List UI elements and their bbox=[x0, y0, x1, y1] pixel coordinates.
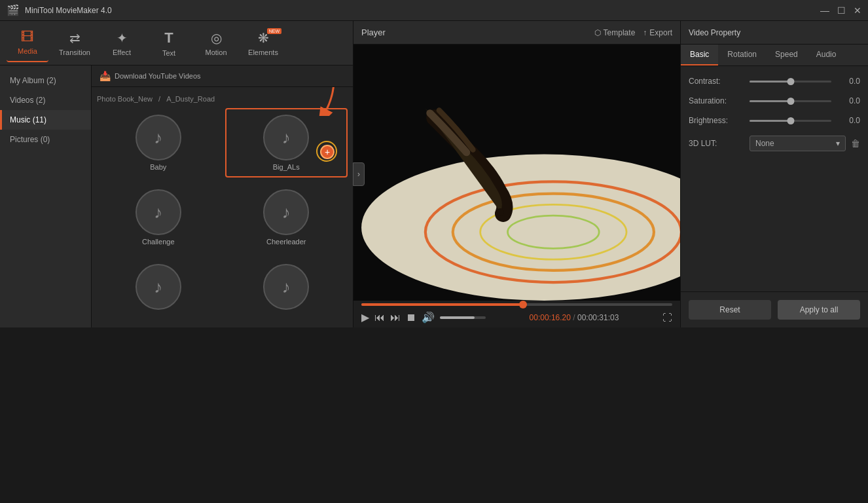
contrast-slider-container bbox=[750, 81, 831, 83]
export-icon: ↑ bbox=[643, 28, 647, 37]
export-button[interactable]: ↑ Export bbox=[643, 28, 672, 37]
panel-expand-button[interactable]: › bbox=[353, 162, 365, 186]
fullscreen-button[interactable]: ⛶ bbox=[662, 312, 672, 323]
media-item-baby[interactable]: ♪ Baby bbox=[97, 108, 220, 177]
add-to-timeline-button[interactable]: + bbox=[320, 145, 335, 159]
media-icon: 🎞 bbox=[21, 29, 34, 45]
app-logo: 🎬 bbox=[7, 4, 20, 16]
toolbar-transition[interactable]: ⇄ Transition bbox=[54, 24, 96, 62]
template-label: Template bbox=[604, 28, 636, 37]
toolbar-media[interactable]: 🎞 Media bbox=[7, 24, 48, 62]
toolbar-effect[interactable]: ✦ Effect bbox=[101, 24, 143, 62]
progress-bar-container[interactable] bbox=[353, 301, 680, 307]
media-item-bigals[interactable]: ♪ + Big_ALs bbox=[225, 108, 348, 177]
baby-label: Baby bbox=[150, 163, 166, 171]
lut-select[interactable]: None ▾ bbox=[750, 136, 846, 151]
volume-fill bbox=[440, 316, 475, 319]
brightness-slider-container bbox=[750, 120, 831, 122]
sidebar-item-album[interactable]: My Album (2) bbox=[0, 71, 91, 90]
sidebar-item-pictures[interactable]: Pictures (0) bbox=[0, 130, 91, 149]
play-button[interactable]: ▶ bbox=[361, 311, 369, 324]
elements-label: Elements bbox=[248, 48, 278, 56]
progress-thumb bbox=[519, 301, 527, 308]
toolbar: 🎞 Media ⇄ Transition ✦ Effect T Text ◎ M… bbox=[0, 21, 353, 65]
tab-basic[interactable]: Basic bbox=[681, 45, 718, 65]
video-area bbox=[353, 45, 680, 301]
download-youtube-button[interactable]: 📥 Download YouTube Videos bbox=[92, 65, 353, 87]
new-badge: NEW bbox=[267, 28, 281, 34]
lut-delete-button[interactable]: 🗑 bbox=[851, 138, 860, 149]
media-label: Media bbox=[18, 47, 37, 55]
path-1[interactable]: Photo Book_New bbox=[97, 95, 153, 103]
download-youtube-label: Download YouTube Videos bbox=[115, 72, 201, 80]
toolbar-motion[interactable]: ◎ Motion bbox=[195, 24, 237, 62]
saturation-slider-container bbox=[750, 100, 831, 102]
text-icon: T bbox=[164, 29, 173, 47]
motion-icon: ◎ bbox=[211, 30, 222, 46]
reset-button[interactable]: Reset bbox=[689, 300, 771, 320]
volume-button[interactable]: 🔊 bbox=[422, 311, 435, 324]
lut-chevron-icon: ▾ bbox=[836, 139, 840, 148]
total-time: 00:00:31:03 bbox=[577, 313, 619, 322]
media-item-cheerleader[interactable]: ♪ Cheerleader bbox=[225, 183, 348, 252]
media-item-6[interactable]: ♪ bbox=[225, 257, 348, 319]
player-title: Player bbox=[361, 28, 386, 37]
path-2[interactable]: A_Dusty_Road bbox=[166, 95, 215, 103]
challenge-icon: ♪ bbox=[136, 189, 181, 235]
brightness-fill bbox=[750, 120, 791, 122]
contrast-value: 0.0 bbox=[837, 77, 860, 86]
transition-label: Transition bbox=[59, 48, 90, 56]
app-title: MiniTool MovieMaker 4.0 bbox=[25, 6, 112, 15]
saturation-value: 0.0 bbox=[837, 96, 860, 105]
motion-label: Motion bbox=[205, 48, 226, 56]
next-frame-button[interactable]: ⏭ bbox=[390, 312, 401, 324]
bigals-label: Big_ALs bbox=[273, 163, 300, 171]
progress-bar[interactable] bbox=[361, 303, 672, 306]
media-item-challenge[interactable]: ♪ Challenge bbox=[97, 183, 220, 252]
stop-button[interactable]: ⏹ bbox=[406, 312, 416, 324]
tab-rotation[interactable]: Rotation bbox=[718, 45, 766, 65]
tab-speed[interactable]: Speed bbox=[766, 45, 807, 65]
media-item-5[interactable]: ♪ bbox=[97, 257, 220, 319]
lut-row: 3D LUT: None ▾ 🗑 bbox=[689, 136, 860, 151]
properties-title: Video Property bbox=[689, 28, 740, 37]
bigals-icon: ♪ bbox=[263, 115, 309, 160]
center-panel: Player ⬡ Template ↑ Export bbox=[353, 21, 681, 327]
maximize-button[interactable]: ☐ bbox=[837, 5, 846, 16]
minimize-button[interactable]: — bbox=[820, 5, 829, 16]
saturation-slider[interactable] bbox=[750, 100, 831, 102]
left-panel: 🎞 Media ⇄ Transition ✦ Effect T Text ◎ M… bbox=[0, 21, 353, 327]
saturation-fill bbox=[750, 100, 791, 102]
brightness-value: 0.0 bbox=[837, 116, 860, 125]
volume-bar[interactable] bbox=[440, 316, 486, 319]
media-area: 📥 Download YouTube Videos Photo Book_New… bbox=[92, 65, 353, 327]
prev-frame-button[interactable]: ⏮ bbox=[374, 312, 385, 324]
left-body: My Album (2) Videos (2) Music (11) Pictu… bbox=[0, 65, 353, 327]
cheerleader-label: Cheerleader bbox=[266, 238, 306, 246]
main-area: 🎞 Media ⇄ Transition ✦ Effect T Text ◎ M… bbox=[0, 21, 868, 327]
window-controls[interactable]: — ☐ ✕ bbox=[820, 5, 861, 16]
media-scroll[interactable]: Photo Book_New / A_Dusty_Road ♪ Baby bbox=[92, 87, 353, 327]
player-header: Player ⬡ Template ↑ Export bbox=[353, 21, 680, 45]
close-button[interactable]: ✕ bbox=[854, 5, 861, 16]
brightness-slider[interactable] bbox=[750, 120, 831, 122]
properties-tabs: Basic Rotation Speed Audio bbox=[681, 45, 868, 66]
template-button[interactable]: ⬡ Template bbox=[594, 28, 636, 37]
effect-icon: ✦ bbox=[117, 30, 128, 46]
toolbar-elements[interactable]: NEW ❋ Elements bbox=[242, 24, 284, 62]
properties-actions: Reset Apply to all bbox=[681, 291, 868, 327]
template-icon: ⬡ bbox=[594, 28, 601, 37]
toolbar-text[interactable]: T Text bbox=[148, 24, 190, 62]
contrast-fill bbox=[750, 81, 791, 83]
brightness-row: Brightness: 0.0 bbox=[689, 116, 860, 125]
sidebar-item-videos[interactable]: Videos (2) bbox=[0, 90, 91, 110]
contrast-slider[interactable] bbox=[750, 81, 831, 83]
challenge-label: Challenge bbox=[142, 238, 175, 246]
apply-to-all-button[interactable]: Apply to all bbox=[778, 300, 860, 320]
sidebar-item-music[interactable]: Music (11) bbox=[0, 110, 91, 130]
playback-controls: ▶ ⏮ ⏭ ⏹ 🔊 00:00:16.20 / 00:00:31:03 ⛶ bbox=[353, 307, 680, 327]
tab-audio[interactable]: Audio bbox=[807, 45, 846, 65]
progress-fill bbox=[361, 303, 523, 306]
export-label: Export bbox=[649, 28, 672, 37]
contrast-thumb bbox=[787, 78, 794, 85]
